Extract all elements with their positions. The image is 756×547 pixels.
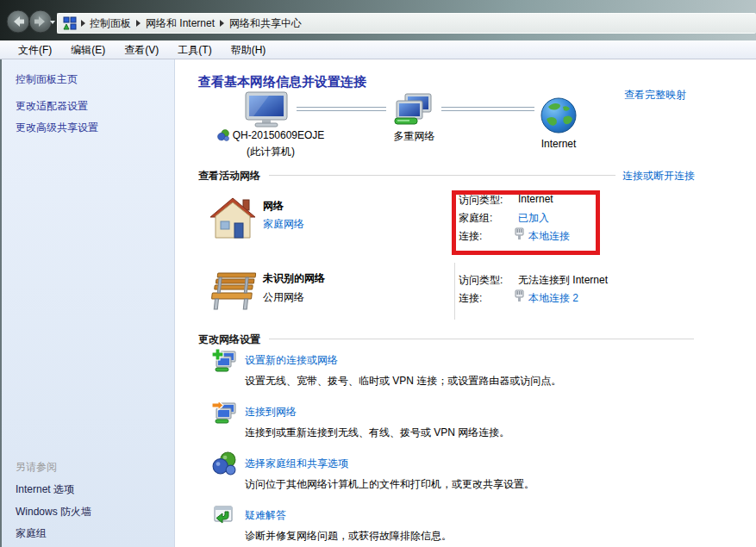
breadcrumb-separator-icon [81,20,85,27]
sidebar-see-also-header: 另请参阅 [16,460,57,475]
menu-tools[interactable]: 工具(T) [168,40,221,59]
sidebar-item-homegroup[interactable]: 家庭组 [16,526,47,541]
multiple-networks-label: 多重网络 [369,129,459,144]
internet-label: Internet [519,138,598,150]
network2-name: 未识别的网络 [263,271,325,286]
homegroup-sharing-options-link[interactable]: 选择家庭组和共享选项 [245,457,348,471]
multiple-networks-icon [390,93,434,127]
homegroup-sharing-options-desc: 访问位于其他网络计算机上的文件和打印机，或更改共享设置。 [245,477,534,492]
computer-sublabel: (此计算机) [197,145,345,159]
sidebar-item-change-adapter-settings[interactable]: 更改适配器设置 [16,99,88,114]
address-bar[interactable]: 控制面板 网络和 Internet 网络和共享中心 [57,13,756,34]
sidebar-item-windows-firewall[interactable]: Windows 防火墙 [16,505,91,519]
connect-disconnect-link[interactable]: 连接或断开连接 [622,169,695,183]
public-network-bench-icon [208,270,259,314]
troubleshoot-icon [213,505,234,525]
connect-to-network-desc: 连接到或重新连接到无线、有线、拨号或 VPN 网络连接。 [245,426,509,440]
title-bar: 控制面板 网络和 Internet 网络和共享中心 [0,0,756,40]
connect-to-network-link[interactable]: 连接到网络 [245,405,297,420]
network2-access-value: 无法连接到 Internet [518,273,608,288]
back-button[interactable] [6,9,30,34]
map-connector-line [297,107,386,111]
setup-new-connection-icon [211,348,237,374]
setup-new-connection-link[interactable]: 设置新的连接或网络 [245,353,338,368]
internet-globe-icon [540,96,578,134]
network2-connections-label: 连接: [459,291,482,306]
network2-access-label: 访问类型: [459,273,503,288]
troubleshoot-link[interactable]: 疑难解答 [245,508,286,523]
troubleshoot-desc: 诊断并修复网络问题，或获得故障排除信息。 [245,529,452,544]
menu-help[interactable]: 帮助(H) [222,40,276,59]
breadcrumb-item-network-sharing-center[interactable]: 网络和共享中心 [229,16,302,31]
highlight-annotation-box [452,190,600,255]
homegroup-mini-icon [217,129,229,141]
menu-file[interactable]: 文件(F) [9,40,61,59]
homegroup-options-icon [212,451,236,476]
breadcrumb: 控制面板 网络和 Internet 网络和共享中心 [90,16,302,31]
sidebar-item-internet-options[interactable]: Internet 选项 [16,482,74,497]
computer-label-row: QH-20150609EOJE [197,129,345,141]
breadcrumb-separator-icon [136,20,141,27]
page-title: 查看基本网络信息并设置连接 [198,74,366,90]
this-computer-icon [243,91,290,129]
change-settings-header: 更改网络设置 [198,333,260,347]
network-sharing-center-icon [63,16,77,30]
see-full-map-link[interactable]: 查看完整映射 [624,88,686,103]
sidebar-item-change-advanced-sharing[interactable]: 更改高级共享设置 [16,121,98,135]
network1-name: 网络 [263,199,284,214]
sidebar-item-control-panel-home[interactable]: 控制面板主页 [16,72,78,87]
network2-category: 公用网络 [263,290,304,305]
recent-pages-dropdown-icon[interactable] [50,21,55,24]
breadcrumb-item-network-internet[interactable]: 网络和 Internet [146,16,215,31]
active-networks-header: 查看活动网络 [198,169,260,183]
setup-new-connection-desc: 设置无线、宽带、拨号、临时或 VPN 连接；或设置路由器或访问点。 [245,374,561,388]
network2-local-connection2-link[interactable]: 本地连接 2 [528,291,578,306]
section-rule [269,175,615,176]
breadcrumb-separator-icon [220,20,224,27]
map-connector-line [441,107,534,111]
column-divider [454,263,455,320]
forward-button[interactable] [28,9,53,34]
network1-category-link[interactable]: 家庭网络 [263,217,304,232]
ethernet-plug-icon [515,289,524,302]
connect-to-network-icon [211,400,237,426]
menu-view[interactable]: 查看(V) [115,40,168,59]
section-rule [269,339,694,339]
menu-bar: 文件(F) 编辑(E) 查看(V) 工具(T) 帮助(H) [0,40,756,59]
home-network-icon [209,195,257,243]
breadcrumb-item-control-panel[interactable]: 控制面板 [90,16,131,31]
computer-name-label: QH-20150609EOJE [233,129,325,141]
menu-edit[interactable]: 编辑(E) [61,40,115,59]
